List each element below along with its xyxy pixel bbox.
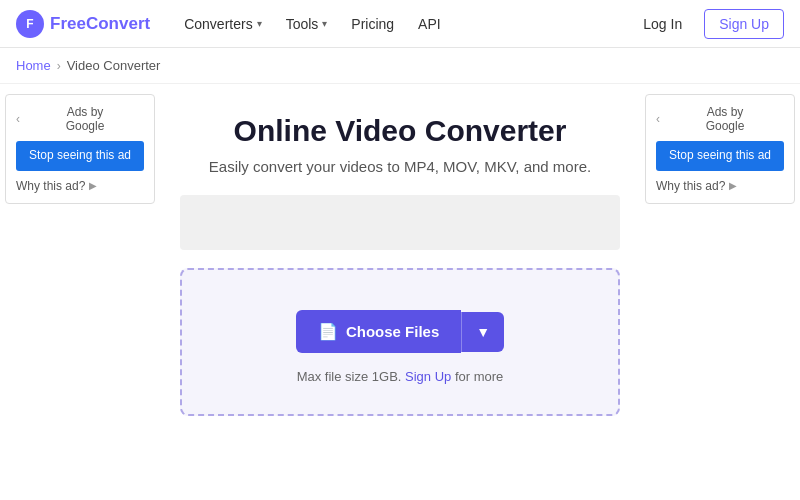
choose-files-dropdown-button[interactable]: ▼ [461, 312, 504, 352]
logo-text: FreeConvert [50, 14, 150, 34]
navbar: F FreeConvert Converters ▾ Tools ▾ Prici… [0, 0, 800, 48]
max-size-text: Max file size 1GB. Sign Up for more [297, 369, 504, 384]
nav-item-pricing[interactable]: Pricing [341, 10, 404, 38]
left-ad-header: ‹ Ads by Google [16, 105, 144, 133]
choose-files-wrapper: 📄 Choose Files ▼ [296, 310, 504, 353]
left-ad-box: ‹ Ads by Google Stop seeing this ad Why … [5, 94, 155, 204]
right-ad-header: ‹ Ads by Google [656, 105, 784, 133]
right-why-ad[interactable]: Why this ad? ▶ [656, 179, 784, 193]
logo[interactable]: F FreeConvert [16, 10, 150, 38]
breadcrumb-home[interactable]: Home [16, 58, 51, 73]
right-chevron-icon[interactable]: ‹ [656, 112, 660, 126]
left-ad-by-google: Ads by Google [26, 105, 144, 133]
left-why-ad[interactable]: Why this ad? ▶ [16, 179, 144, 193]
page-title: Online Video Converter [234, 114, 567, 148]
chevron-down-icon: ▾ [322, 18, 327, 29]
logo-icon: F [16, 10, 44, 38]
breadcrumb-separator: › [57, 59, 61, 73]
page-wrapper: ‹ Ads by Google Stop seeing this ad Why … [0, 84, 800, 500]
nav-item-converters[interactable]: Converters ▾ [174, 10, 271, 38]
play-icon-right: ▶ [729, 180, 737, 191]
left-ad-panel: ‹ Ads by Google Stop seeing this ad Why … [0, 84, 160, 500]
nav-item-tools[interactable]: Tools ▾ [276, 10, 338, 38]
navbar-left: F FreeConvert Converters ▾ Tools ▾ Prici… [16, 10, 451, 38]
navbar-right: Log In Sign Up [629, 9, 784, 39]
right-ad-by-google: Ads by Google [666, 105, 784, 133]
center-content: Online Video Converter Easily convert yo… [160, 84, 640, 500]
drop-zone[interactable]: 📄 Choose Files ▼ Max file size 1GB. Sign… [180, 268, 620, 416]
image-banner [180, 195, 620, 250]
file-icon: 📄 [318, 322, 338, 341]
signup-link[interactable]: Sign Up [405, 369, 451, 384]
chevron-down-icon: ▾ [257, 18, 262, 29]
breadcrumb-current: Video Converter [67, 58, 161, 73]
choose-files-button[interactable]: 📄 Choose Files [296, 310, 461, 353]
login-button[interactable]: Log In [629, 10, 696, 38]
right-stop-ad-button[interactable]: Stop seeing this ad [656, 141, 784, 171]
left-stop-ad-button[interactable]: Stop seeing this ad [16, 141, 144, 171]
signup-button[interactable]: Sign Up [704, 9, 784, 39]
right-ad-box: ‹ Ads by Google Stop seeing this ad Why … [645, 94, 795, 204]
chevron-down-icon: ▼ [476, 324, 490, 340]
left-chevron-icon[interactable]: ‹ [16, 112, 20, 126]
nav-items: Converters ▾ Tools ▾ Pricing API [174, 10, 451, 38]
page-subtitle: Easily convert your videos to MP4, MOV, … [209, 158, 591, 175]
right-ad-panel: ‹ Ads by Google Stop seeing this ad Why … [640, 84, 800, 500]
nav-item-api[interactable]: API [408, 10, 451, 38]
breadcrumb: Home › Video Converter [0, 48, 800, 84]
play-icon: ▶ [89, 180, 97, 191]
